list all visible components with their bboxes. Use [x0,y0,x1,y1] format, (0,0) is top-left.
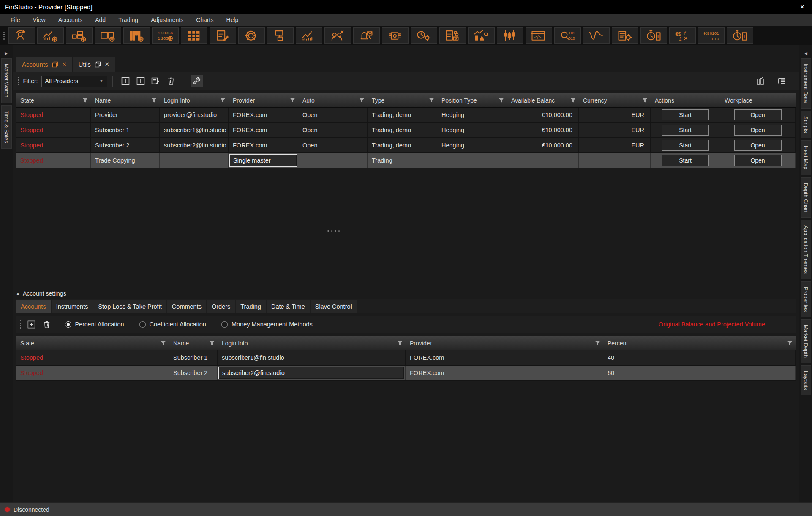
column-header-currency[interactable]: Currency [579,93,651,107]
filter-funnel-icon[interactable] [570,98,576,103]
filter-funnel-icon[interactable] [151,98,157,103]
column-chooser-button[interactable] [754,75,767,87]
settings-tab-accounts[interactable]: Accounts [16,300,51,313]
add-subscriber-button[interactable] [25,318,38,330]
start-button[interactable]: Start [662,155,709,166]
user-refresh-icon[interactable] [8,27,35,44]
add-connection-button[interactable] [134,75,147,87]
add-account-button[interactable] [119,75,132,87]
account-settings-header[interactable]: ▲ Account settings [16,290,66,297]
tasks-gear-icon[interactable] [612,27,638,44]
start-button[interactable]: Start [662,140,709,151]
statement-icon[interactable] [439,27,466,44]
account-row[interactable]: StoppedSubscriber 2subscriber2@fin.studi… [16,138,796,153]
column-header-type[interactable]: Type [368,93,437,107]
rail-tab-market-depth[interactable]: Market Depth [801,319,811,363]
filter-funnel-icon[interactable] [642,98,648,103]
settings-tab-stop-loss-take-profit[interactable]: Stop Loss & Take Profit [93,300,166,313]
account-settings-button[interactable] [191,75,203,87]
menu-view[interactable]: View [27,14,52,26]
minimize-button[interactable] [754,0,773,14]
filter-funnel-icon[interactable] [220,98,226,103]
subscriber-row[interactable]: StoppedSubscriber 1subscriber1@fin.studi… [16,350,796,366]
tab-close-icon[interactable]: ✕ [62,61,67,68]
group-panel-button[interactable] [775,75,788,87]
tab-accounts[interactable]: Accounts✕ [16,57,72,72]
radio-money-management-methods[interactable]: Money Management Methods [221,321,313,328]
remove-subscriber-button[interactable] [41,318,53,330]
menu-add[interactable]: Add [89,14,112,26]
column-header-login_info[interactable]: Login Info [160,93,229,107]
rail-tab-application-themes[interactable]: Application Themes [801,220,811,279]
maximize-button[interactable] [773,0,793,14]
filter-funnel-icon[interactable] [82,98,88,103]
note-edit-icon[interactable] [210,27,236,44]
filter-funnel-icon[interactable] [290,98,295,103]
menu-accounts[interactable]: Accounts [52,14,89,26]
column-header-auto[interactable]: Auto [298,93,368,107]
panel-splitter[interactable] [327,230,340,232]
account-row[interactable]: StoppedTrade CopyingSingle masterTrading… [16,153,796,168]
open-button[interactable]: Open [734,140,782,151]
column-header-name[interactable]: Name [91,93,160,107]
rail-tab-scripts[interactable]: Scripts [801,111,811,139]
processor-icon[interactable] [382,27,409,44]
rail-tab-heat-map[interactable]: Heat Map [801,140,811,175]
tab-utils[interactable]: Utils✕ [73,57,115,72]
settings-gear-icon[interactable] [238,27,265,44]
start-button[interactable]: Start [662,109,709,120]
cell-edit-box[interactable]: subscriber2@fin.studio [218,367,404,379]
column-header-percent[interactable]: Percent [603,336,796,350]
accounts-toolbar-drag-handle[interactable] [16,77,21,85]
filter-funnel-icon[interactable] [359,98,365,103]
market-trend-icon[interactable] [296,27,322,44]
settings-tab-comments[interactable]: Comments [167,300,206,313]
expand-left-rail-icon[interactable]: ▶ [5,45,8,58]
traders-signal-icon[interactable] [324,27,351,44]
filter-funnel-icon[interactable] [595,340,600,346]
menu-adjustments[interactable]: Adjustments [144,14,190,26]
time-settings-icon[interactable] [411,27,437,44]
column-header-available_balance[interactable]: Available Balanc [507,93,579,107]
menu-file[interactable]: File [4,14,27,26]
filter-funnel-icon[interactable] [209,340,215,346]
menu-help[interactable]: Help [220,14,245,26]
provider-filter-select[interactable]: All Providers ▼ [41,76,107,87]
candlestick-icon[interactable] [497,27,523,44]
rail-tab-properties[interactable]: Properties [801,281,811,317]
quote-add-icon[interactable]: 1.203561.2035 [152,27,179,44]
account-row[interactable]: StoppedSubscriber 1subscriber1@fin.studi… [16,123,796,138]
rail-tab-market-watch[interactable]: Market Watch [1,58,12,103]
radio-percent-allocation[interactable]: Percent Allocation [65,321,124,328]
column-header-provider[interactable]: Provider [406,336,603,350]
rail-tab-depth-chart[interactable]: Depth Chart [801,177,811,218]
rail-tab-layouts[interactable]: Layouts [801,365,811,396]
column-header-login_info[interactable]: Login Info [218,336,406,350]
rail-tab-time-sales[interactable]: Time & Sales [1,105,12,149]
settings-tab-instruments[interactable]: Instruments [52,300,93,313]
settings-tab-trading[interactable]: Trading [236,300,266,313]
allocation-toolbar-drag-handle[interactable] [18,320,23,329]
filter-funnel-icon[interactable] [397,340,403,346]
open-button[interactable]: Open [734,155,782,166]
workspace-add-icon[interactable] [66,27,93,44]
column-header-actions[interactable]: Actions [651,93,720,107]
column-header-workplace[interactable]: Workplace [720,93,796,107]
subscriber-row[interactable]: StoppedSubscriber 2subscriber2@fin.studi… [16,366,796,381]
open-button[interactable]: Open [734,125,782,136]
filter-funnel-icon[interactable] [787,340,793,346]
settings-tab-orders[interactable]: Orders [207,300,235,313]
filter-funnel-icon[interactable] [161,340,166,346]
table-icon[interactable] [181,27,207,44]
filter-funnel-icon[interactable] [429,98,434,103]
data-export-icon[interactable]: €$01011010 [698,27,725,44]
drawdown-curve-icon[interactable] [583,27,610,44]
rail-tab-instrument-data[interactable]: Instrument Data [801,58,811,109]
windows-link-icon[interactable] [267,27,294,44]
expand-right-rail-icon[interactable]: ◀ [804,45,807,58]
delete-account-button[interactable] [165,75,177,87]
columns-add-icon[interactable] [123,27,150,44]
tab-close-icon[interactable]: ✕ [105,61,109,68]
timer-info-icon[interactable]: i [640,27,667,44]
menu-trading[interactable]: Trading [112,14,144,26]
